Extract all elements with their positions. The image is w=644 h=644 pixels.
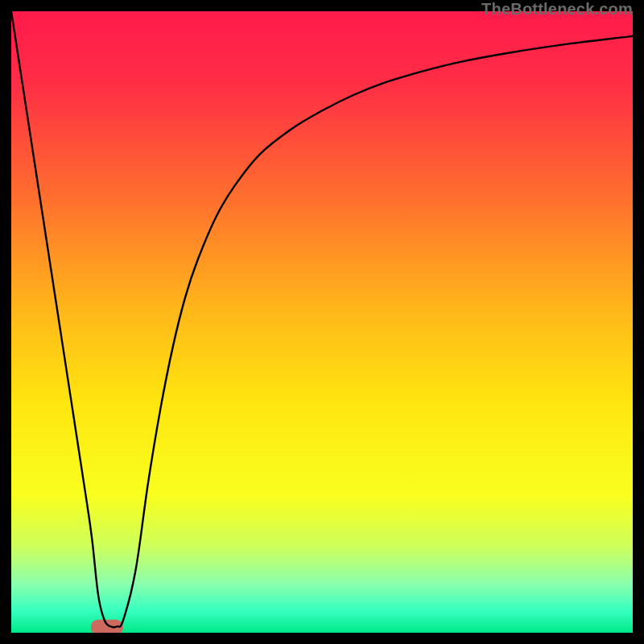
- attribution-text: TheBottleneck.com: [481, 0, 633, 19]
- bottleneck-chart: [11, 11, 633, 633]
- gradient-background: [11, 11, 633, 633]
